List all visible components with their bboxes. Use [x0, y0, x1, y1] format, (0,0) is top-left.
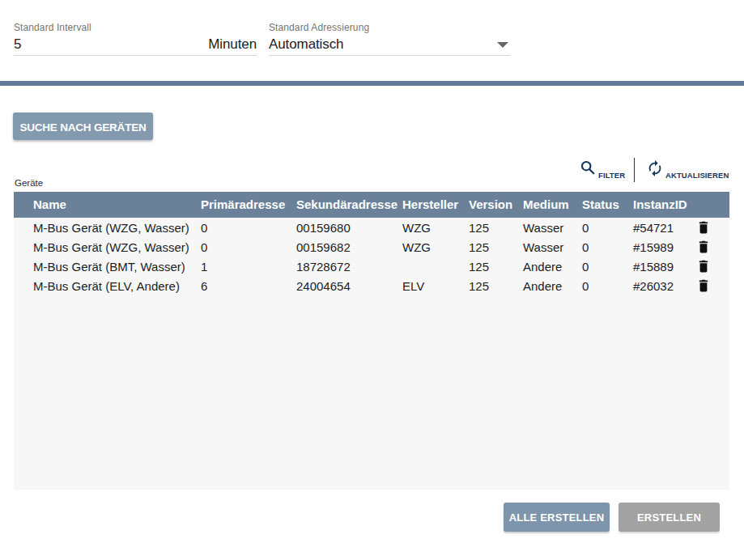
- cell-status: 0: [582, 279, 633, 293]
- cell-name: M-Bus Gerät (ELV, Andere): [33, 279, 201, 293]
- cell-name: M-Bus Gerät (BMT, Wasser): [33, 260, 201, 274]
- cell-actions: [698, 221, 729, 234]
- cell-status: 0: [582, 260, 633, 274]
- section-divider: [0, 81, 744, 86]
- delete-device-button[interactable]: [698, 260, 709, 273]
- cell-actions: [698, 279, 729, 292]
- cell-primary-address: 0: [201, 221, 296, 235]
- cell-secondary-address: 00159680: [296, 221, 402, 235]
- standard-addressing-label: Standard Adressierung: [269, 22, 510, 33]
- cell-actions: [698, 240, 729, 253]
- standard-addressing-select[interactable]: Automatisch: [269, 34, 510, 56]
- cell-version: 125: [469, 260, 523, 274]
- standard-addressing-field: Standard Adressierung Automatisch: [269, 22, 510, 56]
- create-button[interactable]: ERSTELLEN: [619, 503, 720, 532]
- cell-medium: Wasser: [523, 221, 582, 235]
- standard-addressing-value: Automatisch: [269, 36, 343, 53]
- col-header-name: Name: [33, 197, 201, 211]
- cell-manufacturer: WZG: [402, 240, 469, 254]
- cell-secondary-address: 18728672: [296, 260, 402, 274]
- col-header-status: Status: [582, 197, 633, 211]
- cell-medium: Wasser: [523, 240, 582, 254]
- cell-medium: Andere: [523, 279, 582, 293]
- cell-primary-address: 0: [201, 240, 296, 254]
- cell-instance-id: #54721: [633, 221, 698, 235]
- col-header-primary-address: Primäradresse: [201, 197, 296, 211]
- col-header-medium: Medium: [523, 197, 582, 211]
- devices-table: Name Primäradresse Sekundäradresse Herst…: [14, 192, 729, 490]
- search-devices-button[interactable]: SUCHE NACH GERÄTEN: [13, 112, 153, 140]
- delete-device-button[interactable]: [698, 279, 709, 292]
- devices-table-body: M-Bus Gerät (WZG, Wasser) 0 00159680 WZG…: [14, 218, 729, 295]
- cell-instance-id: #15989: [633, 240, 698, 254]
- mbus-settings-page: Standard Intervall 5 Minuten Standard Ad…: [0, 0, 744, 560]
- cell-manufacturer: ELV: [402, 279, 469, 293]
- trash-icon: [698, 260, 709, 273]
- col-header-manufacturer: Hersteller: [402, 197, 469, 211]
- cell-version: 125: [469, 221, 523, 235]
- standard-interval-field: Standard Intervall 5 Minuten: [14, 22, 257, 56]
- cell-version: 125: [469, 240, 523, 254]
- cell-medium: Andere: [523, 260, 582, 274]
- delete-device-button[interactable]: [698, 240, 709, 253]
- refresh-icon[interactable]: [646, 159, 664, 177]
- standard-interval-suffix: Minuten: [208, 36, 257, 53]
- cell-primary-address: 1: [201, 260, 296, 274]
- cell-name: M-Bus Gerät (WZG, Wasser): [33, 240, 201, 254]
- toolbar-divider: [634, 158, 635, 182]
- cell-primary-address: 6: [201, 279, 296, 293]
- cell-secondary-address: 00159682: [296, 240, 402, 254]
- standard-interval-label: Standard Intervall: [14, 22, 257, 33]
- filter-button[interactable]: FILTER: [598, 171, 625, 180]
- refresh-button[interactable]: AKTUALISIEREN: [665, 171, 729, 180]
- cell-actions: [698, 260, 729, 273]
- trash-icon: [698, 221, 709, 234]
- cell-status: 0: [582, 240, 633, 254]
- table-row: M-Bus Gerät (WZG, Wasser) 0 00159680 WZG…: [14, 218, 729, 237]
- delete-device-button[interactable]: [698, 221, 709, 234]
- standard-interval-input[interactable]: 5 Minuten: [14, 34, 257, 56]
- cell-secondary-address: 24004654: [296, 279, 402, 293]
- col-header-version: Version: [469, 197, 523, 211]
- trash-icon: [698, 240, 709, 253]
- trash-icon: [698, 279, 709, 292]
- table-row: M-Bus Gerät (BMT, Wasser) 1 18728672 125…: [14, 257, 729, 276]
- table-row: M-Bus Gerät (ELV, Andere) 6 24004654 ELV…: [14, 276, 729, 295]
- table-row: M-Bus Gerät (WZG, Wasser) 0 00159682 WZG…: [14, 237, 729, 257]
- col-header-secondary-address: Sekundäradresse: [296, 197, 402, 211]
- cell-status: 0: [582, 221, 633, 235]
- create-all-button[interactable]: ALLE ERSTELLEN: [504, 503, 610, 532]
- cell-name: M-Bus Gerät (WZG, Wasser): [33, 221, 201, 235]
- cell-instance-id: #26032: [633, 279, 698, 293]
- chevron-down-icon: [497, 42, 508, 48]
- cell-instance-id: #15889: [633, 260, 698, 274]
- cell-version: 125: [469, 279, 523, 293]
- standard-interval-value: 5: [14, 36, 21, 53]
- cell-manufacturer: WZG: [402, 221, 469, 235]
- devices-table-caption: Geräte: [15, 178, 43, 188]
- col-header-instance-id: InstanzID: [633, 197, 698, 211]
- devices-table-header: Name Primäradresse Sekundäradresse Herst…: [14, 192, 729, 218]
- search-icon[interactable]: [580, 160, 595, 175]
